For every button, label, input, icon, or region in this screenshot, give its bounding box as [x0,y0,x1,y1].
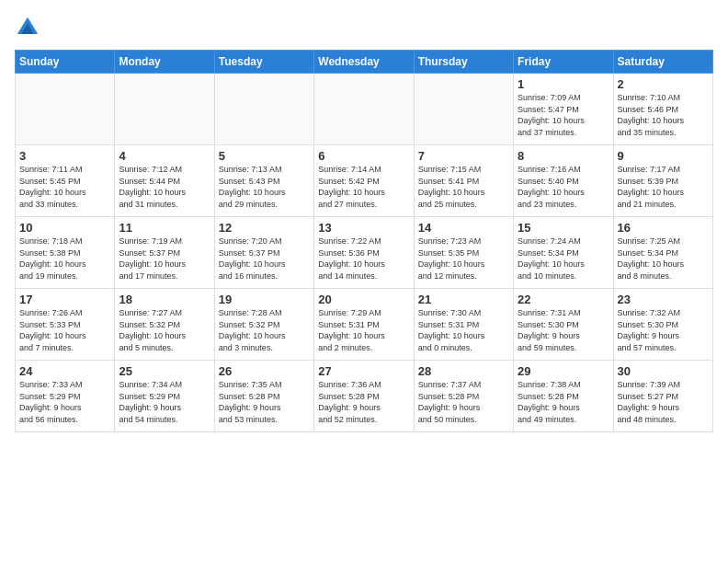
page: SundayMondayTuesdayWednesdayThursdayFrid… [0,0,728,563]
day-info: Sunrise: 7:39 AMSunset: 5:27 PMDaylight:… [618,379,709,425]
day-number: 5 [219,149,310,163]
day-info: Sunrise: 7:29 AMSunset: 5:31 PMDaylight:… [318,307,409,353]
calendar-cell: 29Sunrise: 7:38 AMSunset: 5:28 PMDayligh… [514,361,613,432]
calendar-cell: 26Sunrise: 7:35 AMSunset: 5:28 PMDayligh… [214,361,313,432]
day-number: 7 [418,149,509,163]
day-info: Sunrise: 7:09 AMSunset: 5:47 PMDaylight:… [518,92,609,138]
day-info: Sunrise: 7:14 AMSunset: 5:42 PMDaylight:… [318,164,409,210]
day-number: 29 [518,364,609,378]
day-info: Sunrise: 7:30 AMSunset: 5:31 PMDaylight:… [418,307,509,353]
day-number: 2 [618,77,709,91]
logo-icon [15,15,40,40]
day-number: 14 [418,221,509,235]
calendar-week-row: 10Sunrise: 7:18 AMSunset: 5:38 PMDayligh… [16,217,713,289]
calendar-cell: 15Sunrise: 7:24 AMSunset: 5:34 PMDayligh… [514,217,613,289]
calendar-cell: 23Sunrise: 7:32 AMSunset: 5:30 PMDayligh… [613,289,712,361]
day-number: 1 [518,77,609,91]
day-info: Sunrise: 7:16 AMSunset: 5:40 PMDaylight:… [518,164,609,210]
day-info: Sunrise: 7:13 AMSunset: 5:43 PMDaylight:… [219,164,310,210]
calendar-cell: 9Sunrise: 7:17 AMSunset: 5:39 PMDaylight… [613,145,712,217]
calendar-week-row: 17Sunrise: 7:26 AMSunset: 5:33 PMDayligh… [16,289,713,361]
calendar-cell: 4Sunrise: 7:12 AMSunset: 5:44 PMDaylight… [115,145,214,217]
day-number: 28 [418,364,509,378]
day-info: Sunrise: 7:35 AMSunset: 5:28 PMDaylight:… [219,379,310,425]
calendar-cell: 21Sunrise: 7:30 AMSunset: 5:31 PMDayligh… [414,289,513,361]
day-info: Sunrise: 7:28 AMSunset: 5:32 PMDaylight:… [219,307,310,353]
day-info: Sunrise: 7:25 AMSunset: 5:34 PMDaylight:… [618,236,709,282]
day-number: 3 [19,149,110,163]
weekday-header-saturday: Saturday [613,51,712,74]
day-info: Sunrise: 7:18 AMSunset: 5:38 PMDaylight:… [19,236,110,282]
calendar-cell: 22Sunrise: 7:31 AMSunset: 5:30 PMDayligh… [514,289,613,361]
day-number: 8 [518,149,609,163]
day-info: Sunrise: 7:15 AMSunset: 5:41 PMDaylight:… [418,164,509,210]
calendar-week-row: 3Sunrise: 7:11 AMSunset: 5:45 PMDaylight… [16,145,713,217]
day-info: Sunrise: 7:33 AMSunset: 5:29 PMDaylight:… [19,379,110,425]
calendar-cell [214,74,313,145]
day-info: Sunrise: 7:26 AMSunset: 5:33 PMDaylight:… [19,307,110,353]
day-number: 24 [19,364,110,378]
day-info: Sunrise: 7:22 AMSunset: 5:36 PMDaylight:… [318,236,409,282]
calendar-table: SundayMondayTuesdayWednesdayThursdayFrid… [15,50,713,432]
weekday-header-monday: Monday [115,51,214,74]
weekday-header-wednesday: Wednesday [314,51,414,74]
day-info: Sunrise: 7:36 AMSunset: 5:28 PMDaylight:… [318,379,409,425]
calendar-cell: 5Sunrise: 7:13 AMSunset: 5:43 PMDaylight… [214,145,313,217]
day-number: 12 [219,221,310,235]
day-info: Sunrise: 7:20 AMSunset: 5:37 PMDaylight:… [219,236,310,282]
calendar-header-row: SundayMondayTuesdayWednesdayThursdayFrid… [16,51,713,74]
calendar-cell: 6Sunrise: 7:14 AMSunset: 5:42 PMDaylight… [314,145,414,217]
calendar-cell: 17Sunrise: 7:26 AMSunset: 5:33 PMDayligh… [16,289,115,361]
day-number: 16 [618,221,709,235]
calendar-week-row: 1Sunrise: 7:09 AMSunset: 5:47 PMDaylight… [16,74,713,145]
calendar-cell [115,74,214,145]
day-info: Sunrise: 7:32 AMSunset: 5:30 PMDaylight:… [618,307,709,353]
day-number: 20 [318,293,409,306]
day-info: Sunrise: 7:12 AMSunset: 5:44 PMDaylight:… [119,164,210,210]
day-number: 22 [518,293,609,306]
day-number: 6 [318,149,409,163]
header [15,15,713,40]
day-number: 30 [618,364,709,378]
calendar-cell: 28Sunrise: 7:37 AMSunset: 5:28 PMDayligh… [414,361,513,432]
weekday-header-sunday: Sunday [16,51,115,74]
calendar-cell: 1Sunrise: 7:09 AMSunset: 5:47 PMDaylight… [514,74,613,145]
calendar-cell: 14Sunrise: 7:23 AMSunset: 5:35 PMDayligh… [414,217,513,289]
day-info: Sunrise: 7:10 AMSunset: 5:46 PMDaylight:… [618,92,709,138]
day-number: 10 [19,221,110,235]
calendar-cell: 20Sunrise: 7:29 AMSunset: 5:31 PMDayligh… [314,289,414,361]
calendar-cell [314,74,414,145]
day-info: Sunrise: 7:23 AMSunset: 5:35 PMDaylight:… [418,236,509,282]
day-info: Sunrise: 7:17 AMSunset: 5:39 PMDaylight:… [618,164,709,210]
day-info: Sunrise: 7:38 AMSunset: 5:28 PMDaylight:… [518,379,609,425]
calendar-cell: 16Sunrise: 7:25 AMSunset: 5:34 PMDayligh… [613,217,712,289]
day-number: 4 [119,149,210,163]
calendar-cell: 8Sunrise: 7:16 AMSunset: 5:40 PMDaylight… [514,145,613,217]
calendar-cell: 10Sunrise: 7:18 AMSunset: 5:38 PMDayligh… [16,217,115,289]
day-number: 25 [119,364,210,378]
calendar-cell: 13Sunrise: 7:22 AMSunset: 5:36 PMDayligh… [314,217,414,289]
day-info: Sunrise: 7:11 AMSunset: 5:45 PMDaylight:… [19,164,110,210]
day-number: 9 [618,149,709,163]
day-info: Sunrise: 7:24 AMSunset: 5:34 PMDaylight:… [518,236,609,282]
weekday-header-tuesday: Tuesday [214,51,313,74]
calendar-week-row: 24Sunrise: 7:33 AMSunset: 5:29 PMDayligh… [16,361,713,432]
day-number: 19 [219,293,310,306]
day-info: Sunrise: 7:27 AMSunset: 5:32 PMDaylight:… [119,307,210,353]
day-number: 23 [618,293,709,306]
calendar-cell: 30Sunrise: 7:39 AMSunset: 5:27 PMDayligh… [613,361,712,432]
calendar-cell: 12Sunrise: 7:20 AMSunset: 5:37 PMDayligh… [214,217,313,289]
calendar-cell: 2Sunrise: 7:10 AMSunset: 5:46 PMDaylight… [613,74,712,145]
calendar-cell: 18Sunrise: 7:27 AMSunset: 5:32 PMDayligh… [115,289,214,361]
day-number: 21 [418,293,509,306]
day-info: Sunrise: 7:34 AMSunset: 5:29 PMDaylight:… [119,379,210,425]
day-number: 26 [219,364,310,378]
calendar-cell: 27Sunrise: 7:36 AMSunset: 5:28 PMDayligh… [314,361,414,432]
day-number: 17 [19,293,110,306]
day-number: 18 [119,293,210,306]
day-number: 27 [318,364,409,378]
calendar-cell: 11Sunrise: 7:19 AMSunset: 5:37 PMDayligh… [115,217,214,289]
calendar-cell [16,74,115,145]
calendar-cell [414,74,513,145]
weekday-header-friday: Friday [514,51,613,74]
